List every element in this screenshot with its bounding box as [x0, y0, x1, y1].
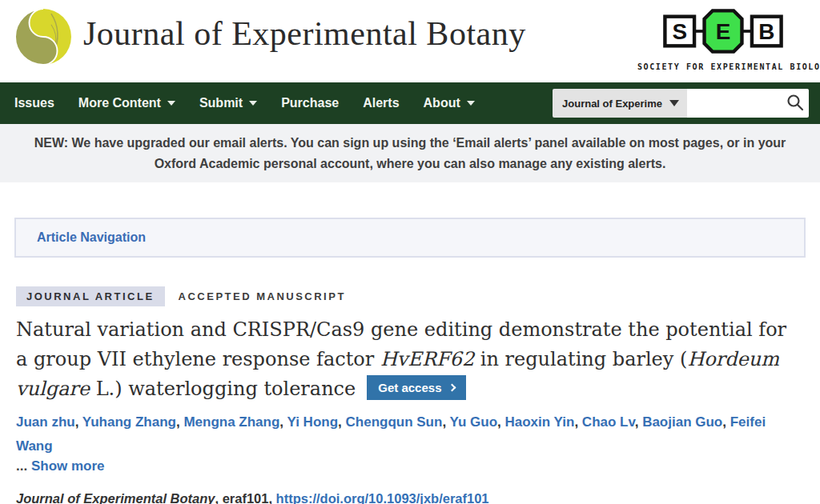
- chevron-down-icon: [167, 101, 175, 106]
- seb-logo: S E B SOCIETY FOR EXPERIMENTAL BIOLOGY: [637, 5, 809, 71]
- article-navigation-link[interactable]: Article Navigation: [37, 230, 146, 245]
- nav-item-submit[interactable]: Submit: [199, 96, 257, 110]
- doi-link[interactable]: https://doi.org/10.1093/jxb/eraf101: [276, 491, 489, 504]
- citation-id: , eraf101,: [215, 491, 275, 504]
- show-more-link[interactable]: Show more: [31, 458, 105, 474]
- title-gene-name: HvERF62: [380, 348, 474, 370]
- article-title: Natural variation and CRISPR/Cas9 gene e…: [16, 315, 804, 404]
- get-access-label: Get access: [378, 381, 441, 394]
- chevron-down-icon: [249, 101, 257, 106]
- nav-item-label: More Content: [78, 96, 161, 110]
- search-group: Journal of Experime: [553, 89, 809, 118]
- author-link[interactable]: Yuhang Zhang: [82, 414, 176, 430]
- citation-journal: Journal of Experimental Botany: [16, 491, 215, 504]
- search-button[interactable]: [785, 93, 806, 114]
- seb-tagline: SOCIETY FOR EXPERIMENTAL BIOLOGY: [637, 62, 809, 71]
- author-separator: ,: [635, 414, 642, 430]
- chevron-down-icon: [669, 100, 679, 106]
- nav-item-more-content[interactable]: More Content: [78, 96, 175, 110]
- nav-item-alerts[interactable]: Alerts: [363, 96, 399, 110]
- site-header: Journal of Experimental Botany S E B SOC…: [0, 0, 820, 82]
- author-link[interactable]: Juan zhu: [16, 414, 75, 430]
- svg-text:B: B: [758, 19, 774, 44]
- journal-title: Journal of Experimental Botany: [83, 14, 526, 53]
- search-scope-select[interactable]: Journal of Experime: [553, 89, 687, 118]
- author-link[interactable]: Haoxin Yin: [504, 414, 574, 430]
- nav-item-purchase[interactable]: Purchase: [281, 96, 339, 110]
- author-link[interactable]: Yi Hong: [287, 414, 338, 430]
- search-scope-value: Journal of Experime: [562, 98, 662, 110]
- alert-banner: NEW: We have upgraded our email alerts. …: [0, 124, 820, 182]
- author-link[interactable]: Mengna Zhang: [183, 414, 279, 430]
- journal-logo-icon: [13, 6, 74, 67]
- chevron-down-icon: [467, 101, 475, 106]
- manuscript-status: ACCEPTED MANUSCRIPT: [179, 290, 346, 302]
- nav-item-label: Purchase: [281, 96, 339, 110]
- author-separator: ,: [176, 414, 183, 430]
- author-separator: ,: [75, 414, 82, 430]
- title-text: L.) waterlogging tolerance: [90, 378, 356, 400]
- article-header: JOURNAL ARTICLE ACCEPTED MANUSCRIPT Natu…: [0, 286, 820, 504]
- nav-item-issues[interactable]: Issues: [14, 96, 54, 110]
- nav-item-label: Submit: [199, 96, 243, 110]
- svg-text:S: S: [672, 19, 687, 44]
- author-separator: ,: [338, 414, 345, 430]
- author-separator: ,: [722, 414, 730, 430]
- citation-line: Journal of Experimental Botany, eraf101,…: [16, 491, 804, 504]
- author-link[interactable]: Baojian Guo: [642, 414, 722, 430]
- author-link[interactable]: Chao Lv: [582, 414, 635, 430]
- search-icon: [786, 93, 805, 112]
- seb-logo-icon: S E B: [638, 5, 808, 58]
- journal-article-badge: JOURNAL ARTICLE: [16, 286, 165, 306]
- author-link[interactable]: Yu Guo: [450, 414, 498, 430]
- article-navigation-panel: Article Navigation: [14, 218, 806, 258]
- nav-item-about[interactable]: About: [424, 96, 475, 110]
- author-link[interactable]: Chengqun Sun: [346, 414, 443, 430]
- main-navbar: Issues More Content Submit Purchase Aler…: [0, 82, 820, 124]
- chevron-right-icon: [448, 384, 456, 392]
- nav-item-label: About: [424, 96, 460, 110]
- alert-banner-text: NEW: We have upgraded our email alerts. …: [10, 133, 810, 174]
- get-access-button[interactable]: Get access: [367, 375, 466, 400]
- author-separator: ,: [442, 414, 449, 430]
- ellipsis: ...: [16, 458, 27, 474]
- svg-text:E: E: [716, 19, 731, 44]
- author-list: Juan zhu, Yuhang Zhang, Mengna Zhang, Yi…: [16, 410, 804, 458]
- show-more-row: ... Show more: [16, 458, 804, 474]
- nav-item-label: Issues: [14, 96, 54, 110]
- nav-item-label: Alerts: [363, 96, 399, 110]
- author-separator: ,: [574, 414, 581, 430]
- title-text: in regulating barley (: [474, 348, 687, 370]
